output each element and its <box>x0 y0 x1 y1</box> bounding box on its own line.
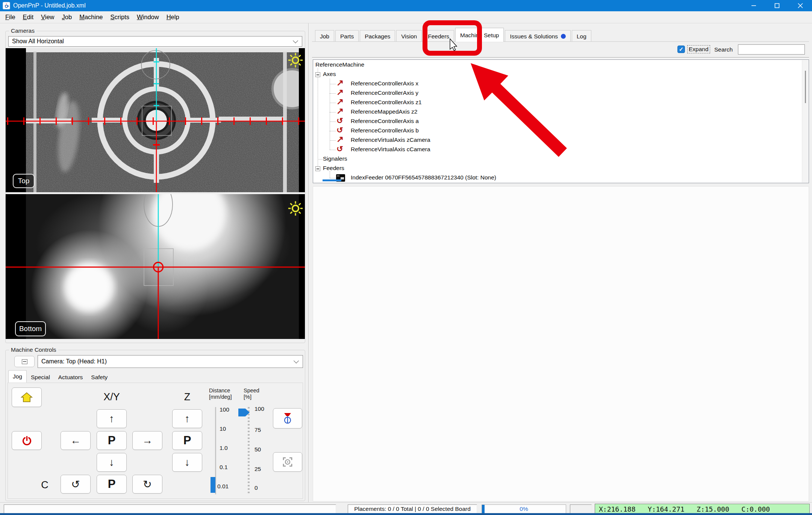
tab-special[interactable]: Special <box>27 372 54 383</box>
speed-slider[interactable] <box>248 407 250 494</box>
left-arrow-icon: ← <box>70 434 81 447</box>
c-position-button[interactable]: P <box>97 475 127 494</box>
tree-node-indexfeeder[interactable]: IndexFeeder 0670FF565457888367212340 (Sl… <box>313 173 809 183</box>
top-camera-view[interactable] <box>6 48 305 192</box>
machine-controls-tabs: Jog Special Actuators Safety <box>8 372 112 383</box>
capture-frame-icon <box>282 456 293 468</box>
rotary-axis-icon: ↺ <box>336 144 343 153</box>
tree-node-axes[interactable]: Axes <box>313 70 809 79</box>
linear-axis-icon: ↗ <box>336 97 344 106</box>
linear-axis-icon: ↗ <box>336 88 344 97</box>
tab-feeders[interactable]: Feeders <box>423 30 454 42</box>
brightness-icon <box>288 53 303 68</box>
brightness-icon <box>288 201 303 216</box>
chevron-down-icon <box>294 358 299 363</box>
xy-position-button[interactable]: P <box>97 431 127 450</box>
menu-help[interactable]: Help <box>163 14 183 21</box>
xy-up-button[interactable]: ↑ <box>97 409 127 428</box>
c-clockwise-button[interactable]: ↻ <box>132 475 162 494</box>
home-button[interactable] <box>12 387 42 407</box>
top-camera-label: Top <box>13 174 35 188</box>
xy-down-button[interactable]: ↓ <box>97 453 127 472</box>
power-icon <box>22 436 32 446</box>
expand-checkbox-label[interactable]: Expand <box>687 45 710 53</box>
tree-scrollbar-thumb[interactable] <box>805 71 806 103</box>
speed-tick: 50 <box>255 446 261 453</box>
panel-splitter[interactable] <box>308 23 309 502</box>
xy-left-button[interactable]: ← <box>61 431 91 450</box>
tab-machine-setup[interactable]: Machine Setup <box>455 28 504 42</box>
rotary-axis-icon: ↺ <box>336 125 343 135</box>
right-arrow-icon: → <box>142 434 153 447</box>
tree-node-axis-b[interactable]: ↺ReferenceControllerAxis b <box>313 126 809 136</box>
status-spacer-field <box>570 504 592 513</box>
menu-bar: File Edit View Job Machine Scripts Windo… <box>0 11 812 23</box>
tree-node-axis-zcamera[interactable]: ↗ReferenceVirtualAxis zCamera <box>313 136 809 145</box>
z-up-button[interactable]: ↑ <box>172 409 202 428</box>
c-counterclockwise-button[interactable]: ↺ <box>61 475 91 494</box>
tab-safety[interactable]: Safety <box>87 372 112 383</box>
title-bar: OpenPnP - Untitled.job.xml <box>0 0 812 11</box>
menu-job[interactable]: Job <box>58 14 76 21</box>
machine-setup-detail-panel <box>313 186 809 501</box>
window-title: OpenPnP - Untitled.job.xml <box>13 2 86 9</box>
collapse-icon <box>22 359 27 364</box>
nozzle-target-icon <box>283 412 292 424</box>
head-camera-selector[interactable]: Camera: Top (Head: H1) <box>38 355 303 368</box>
tab-jog[interactable]: Jog <box>8 370 27 383</box>
z-position-button[interactable]: P <box>172 431 202 450</box>
tree-node-axis-x[interactable]: ↗ReferenceControllerAxis x <box>313 79 809 89</box>
menu-edit[interactable]: Edit <box>19 14 37 21</box>
up-arrow-icon: ↑ <box>185 413 190 425</box>
collapse-button[interactable] <box>14 356 35 367</box>
tree-node-axis-z2[interactable]: ↗ReferenceMappedAxis z2 <box>313 108 809 117</box>
menu-window[interactable]: Window <box>133 14 163 21</box>
camera-view-selector[interactable]: Show All Horizontal <box>8 36 302 47</box>
collapse-expander-icon[interactable] <box>315 72 320 77</box>
bottom-camera-view[interactable] <box>6 194 305 339</box>
close-button[interactable] <box>789 0 812 11</box>
xy-label: X/Y <box>85 391 138 403</box>
tree-node-axis-a[interactable]: ↺ReferenceControllerAxis a <box>313 117 809 126</box>
speed-tick: 75 <box>255 427 261 433</box>
minimize-button[interactable] <box>742 0 765 11</box>
machine-setup-tree: ReferenceMachine Axes ↗ReferenceControll… <box>313 59 809 183</box>
tree-node-axis-z1[interactable]: ↗ReferenceControllerAxis z1 <box>313 98 809 108</box>
tab-job[interactable]: Job <box>315 30 334 42</box>
chevron-down-icon <box>293 38 298 43</box>
speed-label: Speed <box>244 387 259 394</box>
tab-parts[interactable]: Parts <box>335 30 359 42</box>
expand-checkbox[interactable]: ✓ <box>677 46 685 53</box>
tab-vision[interactable]: Vision <box>396 30 422 42</box>
menu-machine[interactable]: Machine <box>76 14 106 21</box>
xy-right-button[interactable]: → <box>132 431 162 450</box>
capture-camera-button[interactable] <box>273 452 302 472</box>
tree-node-axis-ccamera[interactable]: ↺ReferenceVirtualAxis cCamera <box>313 145 809 155</box>
tab-log[interactable]: Log <box>572 30 591 42</box>
distance-label: Distance <box>209 387 232 394</box>
tree-node-signalers[interactable]: Signalers <box>313 155 809 164</box>
menu-view[interactable]: View <box>37 14 58 21</box>
tree-node-root[interactable]: ReferenceMachine <box>313 61 809 70</box>
distance-tick: 10 <box>220 425 226 432</box>
tab-packages[interactable]: Packages <box>360 30 395 42</box>
tree-node-feeders[interactable]: Feeders <box>313 164 809 173</box>
menu-scripts[interactable]: Scripts <box>107 14 133 21</box>
maximize-button[interactable] <box>765 0 789 11</box>
search-input[interactable] <box>738 44 805 55</box>
power-button[interactable] <box>12 431 42 450</box>
tab-actuators[interactable]: Actuators <box>54 372 87 383</box>
nozzle-target-button[interactable] <box>273 408 302 428</box>
menu-file[interactable]: File <box>2 14 19 21</box>
home-icon <box>20 392 33 403</box>
rotary-axis-icon: ↺ <box>336 116 343 125</box>
z-down-button[interactable]: ↓ <box>172 453 202 472</box>
tree-scrollbar[interactable] <box>802 60 808 182</box>
distance-slider-thumb[interactable] <box>211 477 215 493</box>
search-label: Search <box>714 46 733 53</box>
distance-tick: 100 <box>220 406 229 413</box>
speed-tick: 25 <box>255 466 261 472</box>
tab-issues-solutions[interactable]: Issues & Solutions <box>505 30 571 42</box>
collapse-expander-icon[interactable] <box>315 166 320 171</box>
tree-node-axis-y[interactable]: ↗ReferenceControllerAxis y <box>313 89 809 98</box>
